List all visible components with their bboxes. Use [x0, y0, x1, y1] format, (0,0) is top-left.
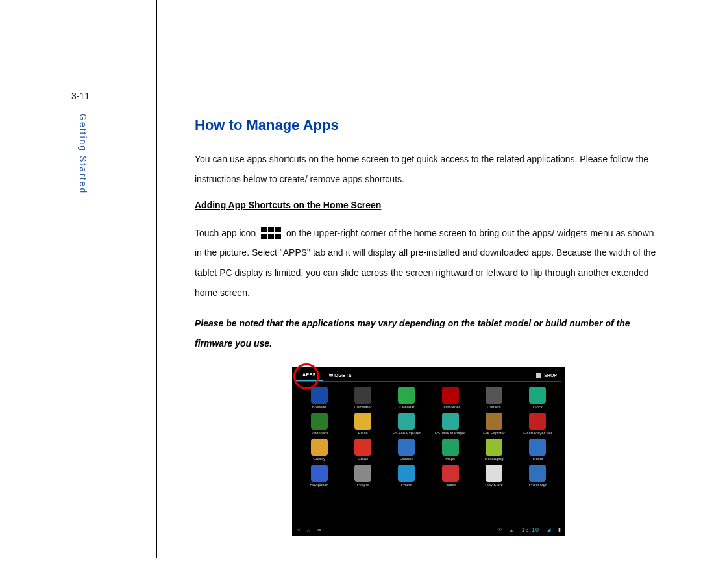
app-item[interactable]: People — [341, 465, 384, 487]
app-icon — [398, 413, 415, 430]
app-label: Maps — [445, 457, 455, 461]
app-item[interactable]: Camera — [472, 387, 515, 409]
status-mail-icon: ✉ — [498, 527, 502, 532]
page-content: How to Manage Apps You can use apps shor… — [195, 117, 662, 536]
app-item[interactable]: Calendar — [385, 387, 428, 409]
app-item[interactable]: ES Task Manager — [428, 413, 472, 435]
shop-bag-icon — [536, 373, 541, 378]
status-clock: 16:10 — [521, 526, 539, 533]
app-grid-icon — [260, 226, 282, 241]
app-label: Calculator — [354, 405, 371, 409]
app-label: ES File Explorer — [393, 431, 421, 435]
app-label: Places — [445, 483, 456, 487]
app-icon — [529, 387, 546, 404]
app-label: Email — [358, 431, 367, 435]
app-label: Messaging — [484, 457, 503, 461]
app-label: Flash Player Set — [523, 431, 552, 435]
app-item[interactable]: Messaging — [472, 439, 515, 461]
app-label: Gallery — [313, 457, 325, 461]
app-label: Clock — [533, 405, 543, 409]
app-grid: BrowserCalculatorCalendarCamcorderCamera… — [292, 382, 565, 487]
app-label: Camera — [487, 405, 500, 409]
app-icon — [311, 465, 328, 482]
vertical-divider — [156, 0, 157, 558]
app-label: Navigation — [310, 483, 328, 487]
app-icon — [486, 465, 502, 482]
nav-home-icon[interactable]: ⌂ — [307, 528, 310, 532]
shop-label: SHOP — [544, 373, 557, 378]
app-item[interactable]: Maps — [428, 439, 472, 461]
app-label: Phone — [401, 483, 412, 487]
app-icon — [398, 465, 415, 482]
tablet-navbar: ◅ ⌂ ☰ ✉ ▲ 16:10 ◢ ▮ — [292, 523, 565, 536]
app-item[interactable]: Calculator — [341, 387, 384, 409]
app-label: Browser — [312, 405, 326, 409]
tablet-figure: APPS WIDGETS SHOP BrowserCalculatorCalen… — [292, 367, 565, 536]
app-label: File Explorer — [483, 431, 505, 435]
app-icon — [486, 439, 502, 456]
app-icon — [398, 439, 415, 456]
app-icon — [529, 413, 546, 430]
page-number: 3-11 — [71, 91, 90, 101]
subheading: Adding App Shortcuts on the Home Screen — [195, 200, 662, 210]
app-icon — [354, 413, 371, 430]
app-item[interactable]: Clock — [516, 387, 560, 409]
app-icon — [486, 387, 502, 404]
app-icon — [529, 439, 546, 456]
app-item[interactable]: Music — [516, 439, 560, 461]
status-warning-icon: ▲ — [510, 528, 514, 532]
app-icon — [354, 387, 371, 404]
note-paragraph: Please be noted that the applications ma… — [195, 313, 662, 354]
app-item[interactable]: Places — [428, 465, 472, 487]
app-icon — [442, 439, 459, 456]
app-icon — [311, 439, 328, 456]
app-item[interactable]: Flash Player Set — [516, 413, 560, 435]
app-item[interactable]: Navigation — [297, 465, 341, 487]
app-icon — [529, 465, 546, 482]
body-before-icon: Touch app icon — [195, 228, 256, 238]
app-item[interactable]: Gmail — [341, 439, 384, 461]
tab-widgets[interactable]: WIDGETS — [323, 371, 358, 380]
app-item[interactable]: Email — [341, 413, 384, 435]
page-title: How to Manage Apps — [195, 117, 662, 134]
app-item[interactable]: ProfileMgr — [516, 465, 560, 487]
tablet-screenshot: APPS WIDGETS SHOP BrowserCalculatorCalen… — [292, 367, 565, 536]
app-label: People — [357, 483, 369, 487]
app-item[interactable]: Latitude — [385, 439, 428, 461]
app-icon — [311, 413, 328, 430]
tab-apps[interactable]: APPS — [296, 370, 323, 381]
app-icon — [442, 465, 459, 482]
app-item[interactable]: Play Store — [472, 465, 515, 487]
status-battery-icon: ▮ — [558, 527, 561, 532]
app-icon — [486, 413, 502, 430]
app-icon — [354, 465, 371, 482]
section-label: Getting Started — [78, 114, 88, 194]
app-item[interactable]: Downloads — [297, 413, 341, 435]
nav-recent-icon[interactable]: ☰ — [317, 527, 321, 532]
app-icon — [442, 413, 459, 430]
app-item[interactable]: Gallery — [297, 439, 341, 461]
app-icon — [442, 387, 459, 404]
app-icon — [398, 387, 415, 404]
app-item[interactable]: File Explorer — [472, 413, 515, 435]
app-label: Play Store — [485, 483, 503, 487]
app-label: Music — [532, 457, 543, 461]
app-item[interactable]: Browser — [297, 387, 341, 409]
app-label: Gmail — [358, 457, 368, 461]
body-paragraph: Touch app icon on the upper-right corner… — [195, 223, 662, 303]
app-label: ProfileMgr — [529, 483, 547, 487]
app-item[interactable]: Phone — [385, 465, 428, 487]
intro-paragraph: You can use apps shortcuts on the home s… — [195, 149, 662, 190]
app-label: ES Task Manager — [435, 431, 465, 435]
app-label: Camcorder — [441, 405, 460, 409]
nav-back-icon[interactable]: ◅ — [296, 527, 299, 532]
app-label: Downloads — [310, 431, 329, 435]
app-label: Calendar — [399, 405, 414, 409]
shop-button[interactable]: SHOP — [536, 373, 561, 378]
status-wifi-icon: ◢ — [547, 527, 550, 532]
app-icon — [354, 439, 371, 456]
tablet-tabs: APPS WIDGETS SHOP — [292, 367, 565, 381]
app-item[interactable]: ES File Explorer — [385, 413, 428, 435]
app-item[interactable]: Camcorder — [428, 387, 472, 409]
app-icon — [311, 387, 328, 404]
